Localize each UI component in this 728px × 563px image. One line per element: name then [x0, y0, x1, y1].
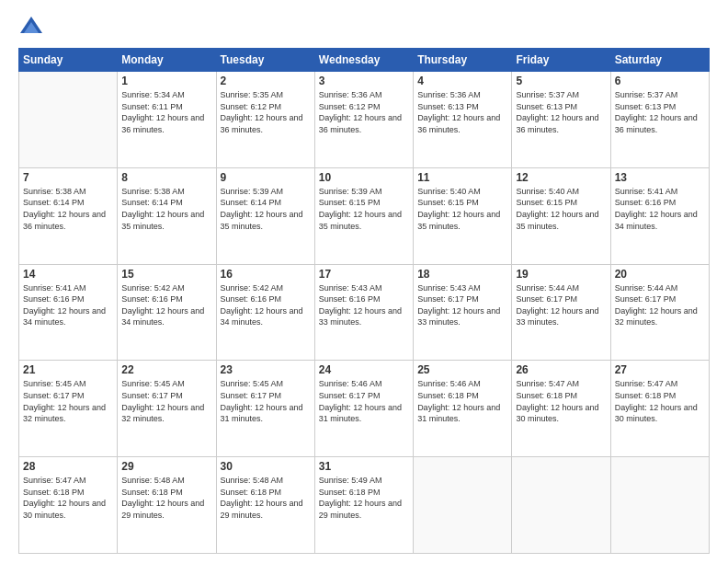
logo — [18, 15, 48, 40]
day-number: 12 — [516, 171, 606, 184]
day-info: Sunrise: 5:46 AM Sunset: 6:17 PM Dayligh… — [319, 378, 409, 424]
day-number: 25 — [417, 363, 507, 376]
col-header-tuesday: Tuesday — [216, 49, 314, 72]
day-info: Sunrise: 5:48 AM Sunset: 6:18 PM Dayligh… — [221, 475, 311, 521]
day-info: Sunrise: 5:41 AM Sunset: 6:16 PM Dayligh… — [23, 282, 113, 328]
day-cell: 26Sunrise: 5:47 AM Sunset: 6:18 PM Dayli… — [512, 361, 610, 457]
week-row-5: 28Sunrise: 5:47 AM Sunset: 6:18 PM Dayli… — [19, 457, 710, 554]
day-cell: 17Sunrise: 5:43 AM Sunset: 6:16 PM Dayli… — [314, 264, 413, 361]
day-number: 16 — [221, 268, 311, 281]
day-cell — [414, 457, 512, 554]
day-cell — [19, 72, 118, 168]
day-number: 30 — [221, 460, 311, 473]
day-info: Sunrise: 5:47 AM Sunset: 6:18 PM Dayligh… — [23, 475, 113, 521]
day-cell: 6Sunrise: 5:37 AM Sunset: 6:13 PM Daylig… — [610, 72, 709, 168]
col-header-sunday: Sunday — [19, 49, 118, 72]
day-cell: 7Sunrise: 5:38 AM Sunset: 6:14 PM Daylig… — [19, 167, 118, 264]
day-cell: 24Sunrise: 5:46 AM Sunset: 6:17 PM Dayli… — [314, 361, 413, 457]
day-info: Sunrise: 5:37 AM Sunset: 6:13 PM Dayligh… — [516, 89, 606, 135]
day-cell: 27Sunrise: 5:47 AM Sunset: 6:18 PM Dayli… — [610, 361, 709, 457]
day-info: Sunrise: 5:48 AM Sunset: 6:18 PM Dayligh… — [121, 475, 211, 521]
day-number: 19 — [516, 268, 606, 281]
col-header-saturday: Saturday — [610, 49, 709, 72]
day-cell — [512, 457, 610, 554]
day-cell: 4Sunrise: 5:36 AM Sunset: 6:13 PM Daylig… — [414, 72, 512, 168]
calendar-body: 1Sunrise: 5:34 AM Sunset: 6:11 PM Daylig… — [19, 72, 710, 554]
week-row-4: 21Sunrise: 5:45 AM Sunset: 6:17 PM Dayli… — [19, 361, 710, 457]
day-cell: 30Sunrise: 5:48 AM Sunset: 6:18 PM Dayli… — [216, 457, 314, 554]
day-number: 8 — [121, 171, 211, 184]
day-cell: 19Sunrise: 5:44 AM Sunset: 6:17 PM Dayli… — [512, 264, 610, 361]
day-number: 31 — [319, 460, 409, 473]
day-number: 14 — [23, 268, 113, 281]
day-cell: 3Sunrise: 5:36 AM Sunset: 6:12 PM Daylig… — [314, 72, 413, 168]
day-info: Sunrise: 5:39 AM Sunset: 6:14 PM Dayligh… — [221, 186, 311, 232]
day-number: 21 — [23, 363, 113, 376]
day-number: 24 — [319, 363, 409, 376]
day-cell: 2Sunrise: 5:35 AM Sunset: 6:12 PM Daylig… — [216, 72, 314, 168]
col-header-wednesday: Wednesday — [314, 49, 413, 72]
day-info: Sunrise: 5:36 AM Sunset: 6:12 PM Dayligh… — [319, 89, 409, 135]
day-info: Sunrise: 5:44 AM Sunset: 6:17 PM Dayligh… — [615, 282, 705, 328]
day-cell: 29Sunrise: 5:48 AM Sunset: 6:18 PM Dayli… — [118, 457, 216, 554]
day-cell: 31Sunrise: 5:49 AM Sunset: 6:18 PM Dayli… — [314, 457, 413, 554]
day-number: 11 — [417, 171, 507, 184]
day-info: Sunrise: 5:44 AM Sunset: 6:17 PM Dayligh… — [516, 282, 606, 328]
day-number: 27 — [615, 363, 705, 376]
logo-icon — [18, 15, 44, 40]
day-info: Sunrise: 5:46 AM Sunset: 6:18 PM Dayligh… — [417, 378, 507, 424]
day-cell: 20Sunrise: 5:44 AM Sunset: 6:17 PM Dayli… — [610, 264, 709, 361]
day-cell: 12Sunrise: 5:40 AM Sunset: 6:15 PM Dayli… — [512, 167, 610, 264]
day-number: 23 — [221, 363, 311, 376]
day-number: 6 — [615, 75, 705, 87]
day-info: Sunrise: 5:34 AM Sunset: 6:11 PM Dayligh… — [121, 89, 211, 135]
col-header-thursday: Thursday — [414, 49, 512, 72]
day-number: 15 — [121, 268, 211, 281]
day-info: Sunrise: 5:38 AM Sunset: 6:14 PM Dayligh… — [23, 186, 113, 232]
day-info: Sunrise: 5:36 AM Sunset: 6:13 PM Dayligh… — [417, 89, 507, 135]
day-number: 13 — [615, 171, 705, 184]
day-cell: 10Sunrise: 5:39 AM Sunset: 6:15 PM Dayli… — [314, 167, 413, 264]
day-info: Sunrise: 5:49 AM Sunset: 6:18 PM Dayligh… — [319, 475, 409, 521]
day-cell: 18Sunrise: 5:43 AM Sunset: 6:17 PM Dayli… — [414, 264, 512, 361]
day-cell: 28Sunrise: 5:47 AM Sunset: 6:18 PM Dayli… — [19, 457, 118, 554]
day-number: 10 — [319, 171, 409, 184]
day-cell: 16Sunrise: 5:42 AM Sunset: 6:16 PM Dayli… — [216, 264, 314, 361]
day-info: Sunrise: 5:42 AM Sunset: 6:16 PM Dayligh… — [221, 282, 311, 328]
day-info: Sunrise: 5:45 AM Sunset: 6:17 PM Dayligh… — [221, 378, 311, 424]
day-number: 1 — [121, 75, 211, 87]
day-cell: 15Sunrise: 5:42 AM Sunset: 6:16 PM Dayli… — [118, 264, 216, 361]
day-number: 18 — [417, 268, 507, 281]
day-info: Sunrise: 5:43 AM Sunset: 6:17 PM Dayligh… — [417, 282, 507, 328]
day-number: 17 — [319, 268, 409, 281]
day-info: Sunrise: 5:37 AM Sunset: 6:13 PM Dayligh… — [615, 89, 705, 135]
day-number: 20 — [615, 268, 705, 281]
col-header-monday: Monday — [118, 49, 216, 72]
day-info: Sunrise: 5:47 AM Sunset: 6:18 PM Dayligh… — [615, 378, 705, 424]
week-row-1: 1Sunrise: 5:34 AM Sunset: 6:11 PM Daylig… — [19, 72, 710, 168]
calendar-header-row: SundayMondayTuesdayWednesdayThursdayFrid… — [19, 49, 710, 72]
day-cell: 21Sunrise: 5:45 AM Sunset: 6:17 PM Dayli… — [19, 361, 118, 457]
day-cell: 1Sunrise: 5:34 AM Sunset: 6:11 PM Daylig… — [118, 72, 216, 168]
day-number: 5 — [516, 75, 606, 87]
day-number: 28 — [23, 460, 113, 473]
day-info: Sunrise: 5:41 AM Sunset: 6:16 PM Dayligh… — [615, 186, 705, 232]
day-cell: 14Sunrise: 5:41 AM Sunset: 6:16 PM Dayli… — [19, 264, 118, 361]
week-row-2: 7Sunrise: 5:38 AM Sunset: 6:14 PM Daylig… — [19, 167, 710, 264]
day-number: 2 — [221, 75, 311, 87]
day-number: 26 — [516, 363, 606, 376]
day-cell: 23Sunrise: 5:45 AM Sunset: 6:17 PM Dayli… — [216, 361, 314, 457]
day-info: Sunrise: 5:35 AM Sunset: 6:12 PM Dayligh… — [221, 89, 311, 135]
calendar-table: SundayMondayTuesdayWednesdayThursdayFrid… — [18, 48, 710, 554]
day-info: Sunrise: 5:45 AM Sunset: 6:17 PM Dayligh… — [23, 378, 113, 424]
day-info: Sunrise: 5:45 AM Sunset: 6:17 PM Dayligh… — [121, 378, 211, 424]
page: SundayMondayTuesdayWednesdayThursdayFrid… — [0, 0, 728, 563]
day-info: Sunrise: 5:43 AM Sunset: 6:16 PM Dayligh… — [319, 282, 409, 328]
day-cell: 9Sunrise: 5:39 AM Sunset: 6:14 PM Daylig… — [216, 167, 314, 264]
day-number: 29 — [121, 460, 211, 473]
week-row-3: 14Sunrise: 5:41 AM Sunset: 6:16 PM Dayli… — [19, 264, 710, 361]
day-number: 4 — [417, 75, 507, 87]
day-info: Sunrise: 5:39 AM Sunset: 6:15 PM Dayligh… — [319, 186, 409, 232]
day-cell: 11Sunrise: 5:40 AM Sunset: 6:15 PM Dayli… — [414, 167, 512, 264]
day-number: 3 — [319, 75, 409, 87]
